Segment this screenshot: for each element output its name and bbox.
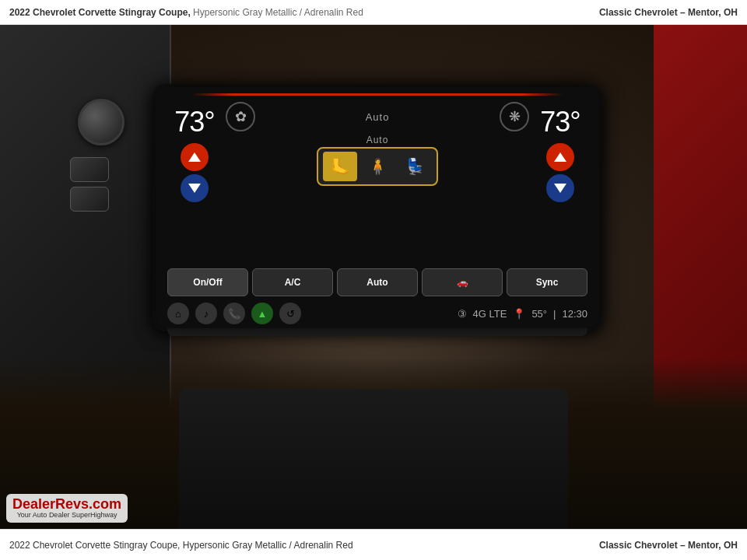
temp-left-down-button[interactable]	[181, 174, 209, 202]
temperature-value: 55°	[531, 308, 547, 320]
recirculate-button[interactable]: 🚗	[422, 268, 503, 296]
arrow-up-icon	[188, 152, 201, 162]
status-bar: ⌂ ♪ 📞 ▲ ↺ ③ 4G LTE 📍	[156, 301, 599, 328]
separator: |	[553, 308, 556, 320]
temp-right-down-button[interactable]	[546, 174, 574, 202]
caption-car-color: Hypersonic Gray Metallic / Adrenalin Red	[183, 540, 353, 551]
temp-right-up-button[interactable]	[546, 143, 574, 171]
header-car-title: 2022 Chevrolet Corvette Stingray Coupe,	[9, 7, 191, 18]
dash-knob[interactable]	[78, 99, 124, 145]
arrow-up-right-icon	[554, 152, 566, 162]
dash-button-1[interactable]	[70, 157, 109, 182]
auto-label-center: Auto	[366, 135, 389, 145]
on-off-button[interactable]: On/Off	[167, 268, 248, 296]
arrow-down-icon	[188, 184, 201, 193]
bottom-buttons: On/Off A/C Auto 🚗 Sync	[156, 268, 599, 301]
home-icon: ⌂	[175, 308, 181, 320]
temp-left-value: 73°	[174, 106, 214, 138]
caption-car-title: 2022 Chevrolet Corvette Stingray Coupe,	[9, 540, 180, 551]
music-icon: ♪	[204, 308, 209, 320]
caption-bar: 2022 Chevrolet Corvette Stingray Coupe, …	[0, 529, 747, 560]
header-dealer: Classic Chevrolet – Mentor, OH	[599, 7, 738, 18]
caption-left: 2022 Chevrolet Corvette Stingray Coupe, …	[9, 540, 353, 551]
fan-left-icon[interactable]: ✿	[226, 102, 255, 131]
photo-area: 73° ✿ Auto	[0, 25, 747, 529]
seat-body-icon: 🧍	[368, 157, 388, 176]
phone-status-icon[interactable]: 📞	[223, 303, 245, 324]
dash-buttons	[70, 157, 109, 212]
nav-status-icon[interactable]: ▲	[251, 303, 273, 324]
temp-right-value: 73°	[540, 106, 580, 138]
auto-label-top: Auto	[366, 111, 390, 123]
time-value: 12:30	[562, 308, 587, 320]
temp-left-up-button[interactable]	[181, 143, 209, 171]
wifi-status-icon[interactable]: ↺	[279, 303, 301, 324]
seat-feet-icon: 🦶	[331, 157, 350, 176]
recirculate-icon: 🚗	[457, 277, 468, 288]
fan-right-icon[interactable]: ❋	[500, 102, 529, 131]
climate-center: ✿ Auto ❋ Auto 🦶	[222, 102, 533, 191]
network-label: 4G LTE	[473, 308, 507, 320]
arrow-down-right-icon	[554, 184, 566, 193]
dash-button-2[interactable]	[70, 187, 109, 212]
seat-mode-row: 🦶 🧍 💺	[317, 147, 438, 186]
seat-upper-icon: 💺	[405, 157, 425, 176]
seat-mode-upper-button[interactable]: 💺	[398, 152, 432, 181]
climate-controls: 73° ✿ Auto	[156, 96, 599, 268]
fan-right-symbol: ❋	[509, 108, 521, 125]
phone-icon: 📞	[228, 308, 240, 320]
location-icon: 📍	[513, 308, 525, 320]
channel-badge: ③	[458, 308, 467, 320]
ac-button[interactable]: A/C	[252, 268, 333, 296]
music-status-icon[interactable]: ♪	[195, 303, 217, 324]
wifi-icon: ↺	[286, 308, 295, 320]
seat-mode-body-button[interactable]: 🧍	[360, 152, 395, 181]
home-status-icon[interactable]: ⌂	[167, 303, 189, 324]
center-console	[179, 389, 568, 529]
nav-icon: ▲	[258, 308, 268, 320]
seat-mode-feet-button[interactable]: 🦶	[323, 152, 357, 181]
page-header: 2022 Chevrolet Corvette Stingray Coupe, …	[0, 0, 747, 25]
dealer-logo-sub: Your Auto Dealer SuperHighway	[12, 511, 121, 520]
dealer-logo: DealerRevs.com Your Auto Dealer SuperHig…	[6, 494, 128, 523]
temp-right-zone: 73°	[533, 102, 587, 202]
dealer-watermark: DealerRevs.com Your Auto Dealer SuperHig…	[6, 494, 128, 523]
status-right: ③ 4G LTE 📍 55° | 12:30	[458, 308, 587, 320]
header-car-info: 2022 Chevrolet Corvette Stingray Coupe, …	[9, 7, 363, 18]
auto-button[interactable]: Auto	[337, 268, 418, 296]
infotainment-screen[interactable]: 73° ✿ Auto	[156, 87, 599, 328]
temp-left-zone: 73°	[167, 102, 222, 202]
caption-dealer: Classic Chevrolet – Mentor, OH	[599, 540, 738, 551]
sync-button[interactable]: Sync	[507, 268, 587, 296]
header-car-color: Hypersonic Gray Metallic / Adrenalin Red	[193, 7, 363, 18]
fan-left-symbol: ✿	[235, 108, 247, 125]
fan-row: ✿ Auto ❋	[226, 102, 529, 131]
screen-display: 73° ✿ Auto	[156, 87, 599, 328]
dealer-logo-text: DealerRevs.com	[12, 497, 121, 511]
